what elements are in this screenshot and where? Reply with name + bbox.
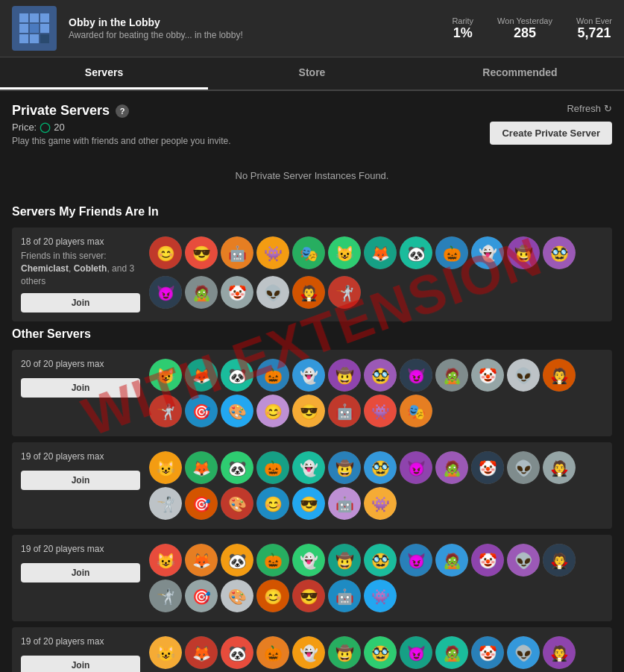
avatar: 👽 (256, 276, 289, 309)
avatar: 🤠 (328, 359, 361, 392)
svg-text:👾: 👾 (371, 495, 390, 513)
avatar: 🥸 (364, 544, 397, 577)
avatar: 🐼 (400, 236, 432, 269)
svg-text:🤠: 🤠 (335, 552, 354, 570)
avatar: 🎭 (400, 395, 432, 427)
svg-text:🤠: 🤠 (514, 245, 533, 263)
avatar: 🧟 (185, 276, 218, 309)
badge-title: Obby in the Lobby (69, 16, 440, 28)
other-server-avatars-2: 😺 🦊 🐼 🎃 👻 🤠 🥸 😈 🧟 🤡 👽 🧛 🤺 🎯 (149, 544, 603, 612)
create-private-server-button[interactable]: Create Private Server (490, 122, 612, 145)
svg-text:👽: 👽 (514, 644, 533, 662)
other-server-join-button-0[interactable]: Join (21, 378, 140, 398)
avatar: 🦊 (185, 544, 218, 577)
avatar: 🧟 (435, 451, 468, 484)
svg-text:😎: 😎 (300, 495, 318, 513)
svg-text:😈: 😈 (157, 284, 175, 302)
avatar: 🥸 (364, 359, 397, 392)
no-instances-message: No Private Server Instances Found. (12, 155, 612, 196)
svg-text:🎃: 🎃 (264, 459, 283, 477)
svg-text:👽: 👽 (514, 552, 533, 570)
svg-text:🐼: 🐼 (228, 459, 247, 477)
friends-server-card: 18 of 20 players max Friends in this ser… (12, 227, 612, 321)
friends-server-join-button[interactable]: Join (21, 293, 140, 313)
svg-text:🎯: 🎯 (192, 403, 211, 421)
svg-text:🤡: 🤡 (479, 552, 497, 570)
other-server-card-2: 19 of 20 players maxJoin 😺 🦊 🐼 🎃 👻 🤠 🥸 😈… (12, 535, 612, 621)
tab-servers[interactable]: Servers (0, 57, 208, 90)
players-count: 19 of 20 players max (21, 544, 140, 554)
avatar: 😎 (292, 395, 325, 427)
other-server-join-button-1[interactable]: Join (21, 471, 140, 490)
svg-text:🤖: 🤖 (228, 245, 247, 263)
won-yesterday-value: 285 (497, 25, 552, 41)
avatar: 🐼 (221, 451, 253, 484)
svg-text:🤡: 🤡 (479, 367, 497, 385)
other-server-join-button-3[interactable]: Join (21, 656, 140, 672)
avatar: 🥸 (364, 451, 397, 484)
avatar: 😈 (400, 636, 432, 669)
svg-text:🧟: 🧟 (443, 367, 461, 385)
rarity-stat: Rarity 1% (452, 16, 473, 41)
svg-text:🥸: 🥸 (371, 552, 390, 570)
friends-players-count: 18 of 20 players max (21, 236, 140, 247)
other-server-join-button-2[interactable]: Join (21, 563, 140, 582)
avatar: 🧛 (543, 636, 576, 669)
avatar: 🤺 (149, 395, 182, 427)
avatar: 👽 (507, 544, 540, 577)
svg-text:🤺: 🤺 (157, 403, 175, 421)
avatar: 🤡 (221, 276, 253, 309)
svg-text:😺: 😺 (157, 459, 175, 477)
svg-text:😺: 😺 (157, 644, 175, 662)
svg-text:🦊: 🦊 (192, 367, 211, 385)
avatar: 🧟 (435, 636, 468, 669)
svg-text:🦊: 🦊 (371, 245, 390, 263)
tab-store[interactable]: Store (208, 57, 416, 90)
avatar: 👽 (507, 359, 540, 392)
svg-text:🧟: 🧟 (443, 552, 461, 570)
avatar: 🎨 (221, 580, 253, 612)
svg-text:🎭: 🎭 (300, 245, 318, 263)
svg-text:🧛: 🧛 (550, 552, 569, 570)
avatar: 🤠 (328, 636, 361, 669)
svg-text:🤡: 🤡 (479, 459, 497, 477)
svg-text:🧟: 🧟 (192, 284, 211, 302)
svg-text:🤠: 🤠 (335, 644, 354, 662)
avatar: 🤡 (471, 544, 504, 577)
svg-text:🎯: 🎯 (192, 495, 211, 513)
avatar: 🧟 (435, 544, 468, 577)
private-servers-top: Private Servers ? Refresh ↻ (12, 103, 612, 119)
svg-rect-8 (30, 34, 39, 43)
svg-rect-3 (40, 13, 49, 22)
tab-recommended[interactable]: Recommended (416, 57, 624, 90)
won-yesterday-stat: Won Yesterday 285 (497, 16, 552, 41)
other-server-card-0: 20 of 20 players maxJoin 😺 🦊 🐼 🎃 👻 🤠 🥸 😈… (12, 350, 612, 436)
svg-text:😎: 😎 (300, 588, 318, 606)
svg-text:😎: 😎 (300, 403, 318, 421)
svg-text:🎃: 🎃 (264, 644, 283, 662)
svg-rect-5 (30, 24, 39, 33)
other-server-avatars-3: 😺 🦊 🐼 🎃 👻 🤠 🥸 😈 🧟 🤡 👽 🧛 🤺 🎯 (149, 636, 603, 672)
avatar: 😊 (256, 580, 289, 612)
svg-text:🤠: 🤠 (335, 459, 354, 477)
svg-text:🥸: 🥸 (550, 245, 569, 263)
avatar: 👾 (364, 487, 397, 520)
price-row: Price: ◯ 20 (12, 122, 231, 133)
svg-text:🦊: 🦊 (192, 644, 211, 662)
avatar: 👽 (507, 636, 540, 669)
avatar: 🦊 (364, 236, 397, 269)
avatar: 🎃 (435, 236, 468, 269)
avatar: 🥸 (543, 236, 576, 269)
avatar: 👾 (364, 580, 397, 612)
players-count: 20 of 20 players max (21, 359, 140, 369)
refresh-button[interactable]: Refresh ↻ (567, 103, 612, 114)
avatar: 🤖 (328, 487, 361, 520)
svg-text:😺: 😺 (335, 245, 354, 263)
avatar: 😈 (400, 359, 432, 392)
won-ever-label: Won Ever (576, 16, 612, 25)
badge-info: Obby in the Lobby Awarded for beating th… (69, 16, 440, 40)
avatar: 👾 (256, 236, 289, 269)
other-server-info-2: 19 of 20 players maxJoin (21, 544, 140, 612)
help-icon[interactable]: ? (116, 104, 129, 118)
svg-text:👾: 👾 (371, 588, 390, 606)
